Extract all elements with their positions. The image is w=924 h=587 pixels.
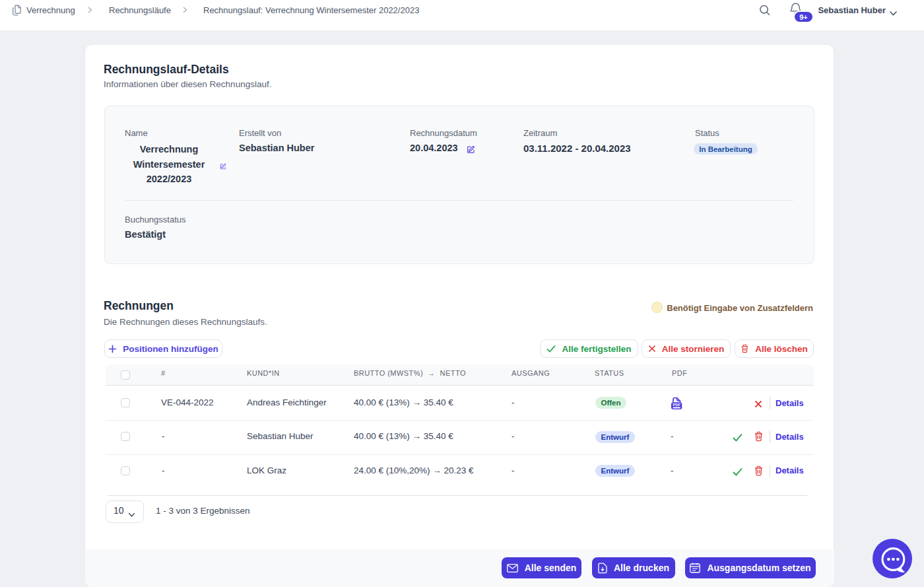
svg-text:PDF: PDF (673, 403, 680, 407)
